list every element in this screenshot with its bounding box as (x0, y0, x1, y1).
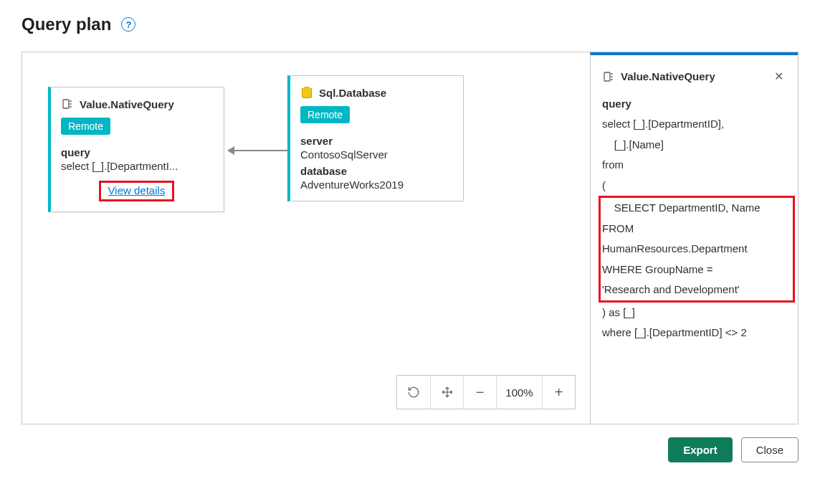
prop-label-database: database (300, 165, 452, 177)
export-button[interactable]: Export (668, 437, 733, 462)
page-header: Query plan ? (22, 14, 798, 34)
reset-view-button[interactable] (397, 376, 430, 409)
query-line: FROM (602, 219, 791, 239)
close-button[interactable]: Close (741, 437, 798, 462)
query-line: ) as [_] (602, 303, 786, 323)
prop-value-query: select [_].[DepartmentI... (61, 160, 211, 172)
edge-arrowhead-icon (227, 146, 234, 155)
fit-view-button[interactable] (430, 376, 463, 409)
zoom-in-button[interactable]: + (542, 376, 575, 409)
node-title: Sql.Database (319, 87, 386, 99)
database-icon (300, 86, 313, 99)
query-line: SELECT DepartmentID, Name (602, 198, 791, 219)
view-details-highlight: View details (99, 181, 175, 201)
edge-line (234, 150, 287, 151)
query-line: HumanResources.Department (602, 239, 791, 260)
prop-label-server: server (300, 135, 452, 147)
remote-badge: Remote (300, 106, 350, 123)
query-icon (61, 98, 74, 110)
main-container: Value.NativeQuery Remote query select [_… (22, 52, 798, 424)
help-icon[interactable]: ? (121, 17, 135, 32)
query-line: [_].[Name] (602, 135, 786, 156)
node-header: Sql.Database (300, 86, 452, 99)
prop-label-query: query (61, 146, 212, 158)
view-details-link[interactable]: View details (108, 184, 166, 196)
query-line: WHERE GroupName = (602, 260, 791, 280)
close-icon[interactable]: ✕ (771, 68, 786, 85)
zoom-out-button[interactable]: − (463, 376, 496, 409)
query-line: ( (602, 176, 786, 196)
node-sql-database[interactable]: Sql.Database Remote server ContosoSqlSer… (287, 75, 464, 201)
remote-badge: Remote (61, 118, 110, 135)
query-line: select [_].[DepartmentID], (602, 114, 786, 135)
query-line: where [_].[DepartmentID] <> 2 (602, 323, 786, 343)
prop-value-server: ContosoSqlServer (300, 148, 451, 161)
details-panel: Value.NativeQuery ✕ query select [_].[De… (590, 52, 798, 424)
query-icon (602, 70, 615, 83)
svg-rect-6 (604, 72, 610, 81)
svg-rect-0 (63, 100, 69, 108)
query-line: from (602, 155, 786, 176)
node-value-nativequery[interactable]: Value.NativeQuery Remote query select [_… (48, 87, 224, 212)
query-plan-canvas[interactable]: Value.NativeQuery Remote query select [_… (22, 52, 590, 424)
details-title: Value.NativeQuery (621, 70, 715, 82)
details-label-query: query (602, 98, 786, 110)
page-title: Query plan (22, 14, 111, 34)
query-highlight-block: SELECT DepartmentID, Name FROM HumanReso… (599, 196, 795, 303)
node-header: Value.NativeQuery (61, 98, 212, 110)
node-title: Value.NativeQuery (80, 98, 174, 110)
prop-value-database: AdventureWorks2019 (300, 179, 451, 191)
query-line: 'Research and Development' (602, 280, 791, 300)
query-text: select [_].[DepartmentID], [_].[Name] fr… (602, 114, 786, 343)
zoom-toolbar: − 100% + (396, 375, 576, 409)
zoom-percent: 100% (496, 376, 542, 409)
dialog-footer: Export Close (22, 437, 798, 462)
